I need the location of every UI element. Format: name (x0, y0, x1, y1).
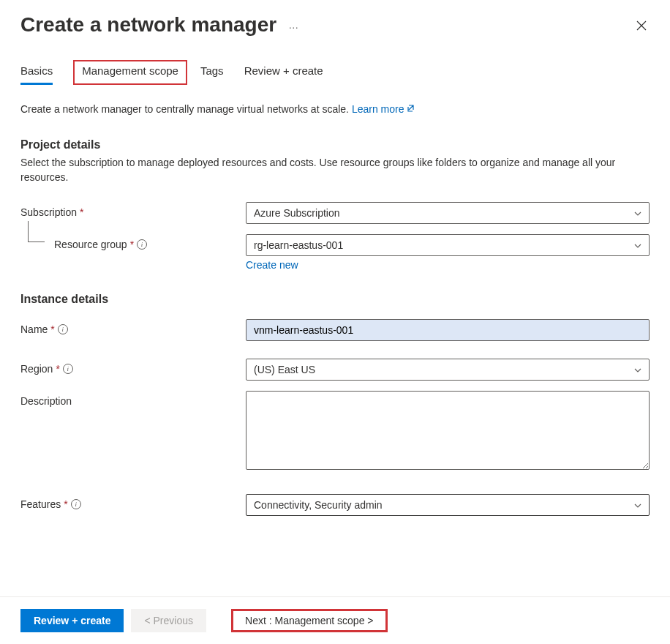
footer: Review + create < Previous Next : Manage… (0, 596, 670, 644)
tab-review-create[interactable]: Review + create (244, 60, 323, 85)
info-icon[interactable]: i (71, 499, 81, 509)
chevron-down-icon (634, 366, 641, 374)
resource-group-select[interactable]: rg-learn-eastus-001 (246, 234, 650, 256)
subscription-label-text: Subscription (20, 206, 77, 218)
more-actions-button[interactable]: … (288, 19, 299, 31)
name-label-text: Name (20, 323, 48, 335)
features-select[interactable]: Connectivity, Security admin (246, 494, 650, 516)
external-link-icon (407, 103, 415, 115)
learn-more-label: Learn more (352, 103, 404, 115)
features-label: Features * i (20, 494, 246, 510)
subscription-label: Subscription * (20, 202, 246, 218)
tab-tags[interactable]: Tags (200, 60, 224, 85)
region-label-text: Region (20, 363, 53, 375)
tab-management-scope[interactable]: Management scope (73, 60, 187, 85)
region-value: (US) East US (254, 364, 315, 375)
chevron-down-icon (634, 209, 641, 217)
required-indicator: * (56, 363, 59, 375)
description-label-text: Description (20, 395, 72, 407)
intro-text: Create a network manager to centrally ma… (20, 103, 650, 115)
chevron-down-icon (634, 242, 641, 250)
resource-group-value: rg-learn-eastus-001 (254, 239, 343, 251)
region-select[interactable]: (US) East US (246, 359, 650, 381)
required-indicator: * (64, 498, 67, 510)
previous-button[interactable]: < Previous (131, 609, 206, 632)
create-new-link[interactable]: Create new (246, 259, 298, 271)
chevron-down-icon (634, 501, 641, 509)
instance-details-heading: Instance details (20, 293, 650, 306)
close-button[interactable] (633, 18, 650, 37)
features-label-text: Features (20, 498, 61, 510)
intro-text-body: Create a network manager to centrally ma… (20, 103, 352, 115)
subscription-value: Azure Subscription (254, 207, 340, 219)
next-button[interactable]: Next : Management scope > (231, 609, 388, 632)
page-title: Create a network manager (20, 13, 276, 37)
name-input[interactable] (246, 319, 650, 341)
learn-more-link[interactable]: Learn more (352, 103, 416, 115)
info-icon[interactable]: i (58, 324, 68, 334)
name-label: Name * i (20, 319, 246, 335)
review-create-button[interactable]: Review + create (20, 609, 124, 632)
subscription-select[interactable]: Azure Subscription (246, 202, 650, 224)
resource-group-label: Resource group * i (20, 234, 246, 250)
required-indicator: * (130, 239, 134, 250)
resource-group-label-text: Resource group (54, 239, 127, 250)
tabs: Basics Management scope Tags Review + cr… (0, 37, 670, 86)
required-indicator: * (50, 323, 54, 335)
required-indicator: * (80, 206, 83, 218)
tab-basics[interactable]: Basics (20, 60, 53, 85)
description-textarea[interactable] (246, 391, 650, 470)
region-label: Region * i (20, 359, 246, 375)
project-details-heading: Project details (20, 138, 650, 151)
info-icon[interactable]: i (137, 239, 147, 250)
description-label: Description (20, 391, 246, 407)
features-value: Connectivity, Security admin (254, 499, 383, 511)
close-icon (636, 20, 647, 31)
info-icon[interactable]: i (63, 364, 73, 374)
project-details-desc: Select the subscription to manage deploy… (20, 156, 650, 184)
